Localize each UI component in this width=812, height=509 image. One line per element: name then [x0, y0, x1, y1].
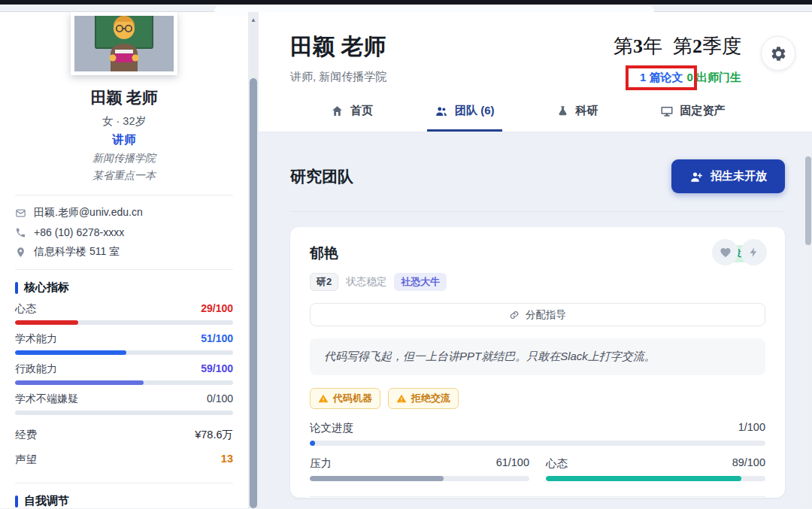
progress-track: [15, 411, 233, 415]
progress-track: [15, 350, 233, 355]
recruit-button[interactable]: 招生未开放: [671, 159, 785, 193]
warning-badge: 拒绝交流: [388, 388, 459, 409]
trait-badge: 社恐大牛: [394, 273, 447, 291]
tab-label: 团队 (6): [455, 104, 495, 118]
avatar: [71, 12, 177, 75]
progress-fill: [15, 350, 126, 355]
metric-value: 29/100: [201, 302, 233, 316]
progress-track: [310, 476, 529, 481]
mood-label: 心态: [546, 456, 568, 471]
attribute-labels: 天赋 勤奋 运势: [310, 507, 765, 508]
reputation-value: 13: [221, 453, 233, 467]
progress-fill: [546, 476, 741, 481]
metric-label: 学术不端嫌疑: [15, 392, 78, 406]
section-accent-bar: [15, 282, 18, 294]
section-title: 研究团队: [290, 166, 353, 187]
reputation-row: 声望 13: [15, 447, 233, 472]
paper-progress-label: 论文进度: [310, 421, 353, 435]
sidebar-teacher-name: 田颖 老师: [0, 87, 248, 108]
home-icon: [331, 105, 344, 117]
reputation-label: 声望: [15, 453, 37, 467]
main-scrollbar-thumb[interactable]: [805, 156, 811, 245]
progress-track: [15, 320, 233, 325]
mood-column: 心态 89/100: [546, 456, 765, 481]
metric-value: 0/100: [207, 392, 233, 406]
tab-label: 固定资产: [680, 104, 726, 118]
metric-value: 59/100: [201, 362, 233, 376]
paper-progress-row: 论文进度 1/100: [310, 421, 765, 435]
progress-fill: [15, 380, 144, 385]
funds-row: 经费 ¥78.6万: [15, 423, 233, 447]
funds-label: 经费: [15, 428, 37, 442]
users-icon: [435, 105, 448, 118]
stress-column: 压力 61/100: [310, 456, 529, 481]
mood-value: 89/100: [732, 456, 765, 471]
sidebar-scrollbar[interactable]: ▲: [248, 12, 259, 508]
metric-admin: 行政能力59/100: [15, 362, 233, 385]
warning-badge-label: 拒绝交流: [411, 392, 450, 405]
card-footer-divider: [310, 496, 765, 497]
warning-badge: 代码机器: [310, 388, 380, 409]
progress-fill: [310, 476, 444, 481]
metric-value: 51/100: [201, 332, 233, 346]
stress-value: 61/100: [496, 456, 529, 471]
section-accent-bar: [15, 495, 18, 507]
assign-guidance-button[interactable]: 分配指导: [310, 303, 765, 326]
tab-team[interactable]: 团队 (6): [427, 104, 502, 132]
recruit-button-label: 招生未开放: [710, 169, 767, 183]
email-row: 田颖.老师@univ.edu.cn: [15, 206, 233, 220]
progress-fill: [310, 441, 315, 446]
progress-fill: [15, 320, 78, 325]
tab-label: 首页: [350, 104, 373, 118]
metric-label: 行政能力: [15, 362, 57, 376]
location-icon: [15, 247, 26, 258]
tab-home[interactable]: 首页: [323, 104, 380, 132]
warning-icon: [318, 393, 329, 404]
progress-track: [15, 380, 233, 385]
tutorial-annotation-box: 1 篇论文: [626, 65, 698, 90]
self-regulation-header: 自我调节: [15, 483, 233, 508]
school-name: 新闻传播学院: [0, 152, 248, 165]
office-row: 信息科学楼 511 室: [15, 245, 233, 259]
progress-track: [546, 476, 765, 481]
favorite-button[interactable]: [712, 239, 738, 265]
monitor-icon: [660, 105, 674, 118]
papers-stat: 1 篇论文: [640, 71, 683, 83]
tab-label: 科研: [576, 104, 598, 118]
grade-badge: 研2: [310, 273, 338, 291]
scroll-up-arrow-icon[interactable]: ▲: [248, 12, 259, 23]
main-scrollbar[interactable]: [805, 150, 811, 508]
status-text: 状态稳定: [346, 275, 386, 289]
job-title: 讲师: [0, 132, 248, 148]
core-metrics-title: 核心指标: [24, 280, 69, 295]
phone-text: +86 (10) 6278-xxxx: [34, 226, 124, 238]
progress-track: [310, 441, 765, 446]
student-name: 郁艳: [310, 244, 765, 263]
year-number: 3: [633, 35, 643, 57]
quarter-number: 2: [692, 35, 702, 57]
user-plus-icon: [689, 170, 703, 183]
core-metrics-header: 核心指标: [15, 269, 233, 295]
student-quote: 代码写得飞起，但一上台讲PPT就结巴。只敢在Slack上打字交流。: [310, 338, 765, 375]
teacher-header: 田颖 老师 讲师, 新闻传播学院 第3年第2季度 1 篇论文0 出师门生 首页: [259, 12, 812, 132]
header-stats: 1 篇论文0 出师门生: [614, 65, 741, 90]
tab-assets[interactable]: 固定资产: [653, 104, 733, 132]
office-text: 信息科学楼 511 室: [34, 245, 120, 259]
gear-icon: [770, 45, 787, 62]
warning-badge-label: 代码机器: [333, 392, 372, 405]
student-card: 1 发表 郁艳 研2 状态稳定 社恐大牛: [290, 227, 785, 498]
gender-age: 女 · 32岁: [0, 114, 248, 129]
teacher-avatar-icon: [82, 14, 166, 74]
lightning-icon: [748, 247, 759, 258]
tab-research[interactable]: 科研: [549, 104, 606, 132]
settings-button[interactable]: [761, 36, 795, 71]
boost-button[interactable]: [741, 239, 767, 265]
self-regulation-title: 自我调节: [24, 494, 69, 508]
main-panel: 田颖 老师 讲师, 新闻传播学院 第3年第2季度 1 篇论文0 出师门生 首页: [259, 12, 812, 508]
metric-misconduct: 学术不端嫌疑0/100: [15, 392, 233, 415]
university-tier: 某省重点一本: [0, 169, 248, 183]
luck-label: 运势: [614, 507, 765, 508]
link-icon: [509, 310, 520, 320]
sidebar-scrollbar-thumb[interactable]: [250, 78, 257, 508]
metric-label: 心态: [15, 302, 36, 316]
